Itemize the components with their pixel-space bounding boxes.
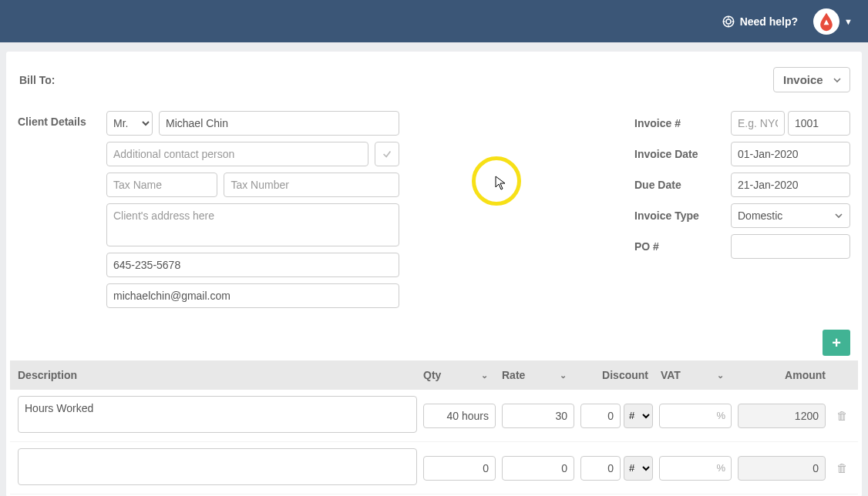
po-label: PO #: [634, 240, 731, 253]
line-description-input[interactable]: [18, 396, 417, 433]
rate-dropdown[interactable]: ⌄: [560, 370, 567, 380]
col-description: Description: [15, 369, 417, 381]
line-discount-input[interactable]: [580, 456, 621, 481]
user-menu[interactable]: ▼: [813, 8, 853, 35]
due-date-label: Due Date: [634, 179, 731, 191]
invoice-date-input[interactable]: [731, 142, 850, 166]
col-amount: Amount: [738, 369, 830, 381]
table-row: # % 🗑: [10, 442, 858, 494]
document-type-select[interactable]: Invoice: [773, 67, 850, 92]
line-rate-input[interactable]: [502, 456, 574, 481]
confirm-contact-button[interactable]: [375, 142, 399, 166]
add-line-button[interactable]: +: [823, 330, 850, 356]
line-vat-input[interactable]: [659, 404, 732, 428]
avatar-drop-icon: [818, 12, 835, 32]
invoice-number-input[interactable]: [788, 111, 850, 136]
line-discount-type-select[interactable]: #: [624, 404, 653, 428]
col-discount: Discount: [602, 369, 648, 381]
due-date-input[interactable]: [731, 173, 850, 197]
additional-contact-input[interactable]: [106, 142, 368, 166]
invoice-type-select[interactable]: Domestic: [731, 203, 850, 228]
tax-number-input[interactable]: [224, 173, 399, 197]
col-qty: Qty: [423, 369, 441, 381]
client-email-input[interactable]: [106, 283, 399, 308]
invoice-number-label: Invoice #: [634, 117, 731, 129]
col-vat: VAT: [661, 369, 681, 381]
client-address-input[interactable]: [106, 203, 399, 246]
po-input[interactable]: [731, 234, 850, 259]
check-icon: [382, 149, 392, 159]
line-discount-type-select[interactable]: #: [624, 456, 653, 481]
client-title-select[interactable]: Mr.: [106, 111, 153, 136]
table-row: # % 🗑: [10, 390, 858, 442]
need-help-label: Need help?: [740, 15, 798, 28]
invoice-prefix-input[interactable]: [731, 111, 785, 136]
line-description-input[interactable]: [18, 448, 417, 485]
line-amount-output: [738, 456, 826, 481]
qty-dropdown[interactable]: ⌄: [481, 370, 488, 380]
svg-point-1: [726, 19, 731, 24]
help-icon: [722, 15, 735, 28]
need-help-link[interactable]: Need help?: [722, 15, 798, 28]
line-qty-input[interactable]: [423, 456, 496, 481]
avatar: [813, 8, 839, 35]
tax-name-input[interactable]: [106, 173, 217, 197]
client-name-input[interactable]: [159, 111, 399, 136]
line-qty-input[interactable]: [423, 404, 496, 428]
client-details-label: Client Details: [18, 111, 106, 314]
line-rate-input[interactable]: [502, 404, 574, 428]
col-rate: Rate: [502, 369, 525, 381]
client-phone-input[interactable]: [106, 253, 399, 277]
line-discount-input[interactable]: [580, 404, 621, 428]
bill-to-label: Bill To:: [10, 74, 55, 86]
line-vat-input[interactable]: [659, 456, 732, 481]
line-amount-output: [738, 404, 826, 428]
chevron-down-icon: ▼: [844, 17, 853, 26]
invoice-type-label: Invoice Type: [634, 209, 731, 222]
delete-line-button[interactable]: 🗑: [836, 409, 848, 422]
invoice-date-label: Invoice Date: [634, 148, 731, 160]
delete-line-button[interactable]: 🗑: [836, 461, 848, 474]
vat-dropdown[interactable]: ⌄: [717, 370, 724, 380]
